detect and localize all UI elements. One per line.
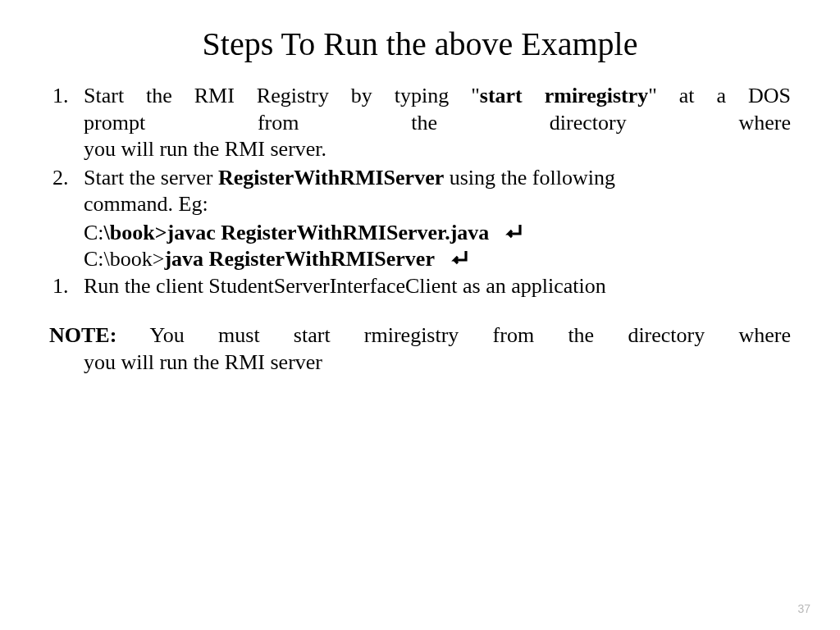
note-label: NOTE:: [49, 323, 116, 347]
list-body: Start the RMI Registry by typing "start …: [84, 83, 791, 163]
list-item-3: 1. Run the client StudentServerInterface…: [49, 273, 791, 300]
list-body: Start the server RegisterWithRMIServer u…: [84, 165, 791, 218]
class-name: RegisterWithRMIServer: [218, 166, 444, 189]
list-item-2: 2. Start the server RegisterWithRMIServe…: [49, 165, 791, 218]
line: prompt from the directory where: [84, 110, 791, 137]
note-text: You must start rmiregistry from the dire…: [116, 323, 791, 347]
enter-key-icon: [448, 248, 471, 271]
slide: Steps To Run the above Example 1. Start …: [0, 0, 840, 376]
line: Start the RMI Registry by typing "start …: [84, 83, 791, 110]
command-line-2: C:\book>java RegisterWithRMIServer: [84, 246, 791, 273]
text: " at a DOS: [648, 84, 791, 107]
line: you will run the RMI server.: [84, 136, 791, 163]
list-item-1: 1. Start the RMI Registry by typing "sta…: [49, 83, 791, 163]
command: java RegisterWithRMIServer: [164, 247, 434, 271]
list-body: Run the client StudentServerInterfaceCli…: [84, 273, 791, 300]
line: Start the server RegisterWithRMIServer u…: [84, 165, 791, 192]
enter-key-icon: [502, 221, 525, 244]
text: Start the server: [84, 166, 218, 189]
prompt: C:\book>: [84, 247, 164, 271]
command-text: C:\book>java RegisterWithRMIServer: [84, 246, 435, 273]
prompt: C:: [84, 221, 104, 244]
command-text: start rmiregistry: [480, 84, 648, 107]
page-number: 37: [797, 602, 810, 615]
list-number: 1.: [49, 83, 84, 163]
line: command. Eg:: [84, 191, 791, 218]
note-block: NOTE: You must start rmiregistry from th…: [49, 322, 791, 376]
text: using the following: [444, 166, 615, 189]
command: \book>javac RegisterWithRMIServer.java: [104, 221, 490, 244]
slide-title: Steps To Run the above Example: [49, 25, 791, 63]
list-number: 2.: [49, 165, 84, 218]
command-line-1: C:\book>javac RegisterWithRMIServer.java: [84, 220, 791, 247]
note-line: NOTE: You must start rmiregistry from th…: [49, 322, 791, 349]
text: Start the RMI Registry by typing ": [84, 84, 480, 107]
command-text: C:\book>javac RegisterWithRMIServer.java: [84, 220, 489, 247]
list-number: 1.: [49, 273, 84, 300]
slide-content: 1. Start the RMI Registry by typing "sta…: [49, 83, 791, 376]
note-line: you will run the RMI server: [84, 349, 791, 377]
